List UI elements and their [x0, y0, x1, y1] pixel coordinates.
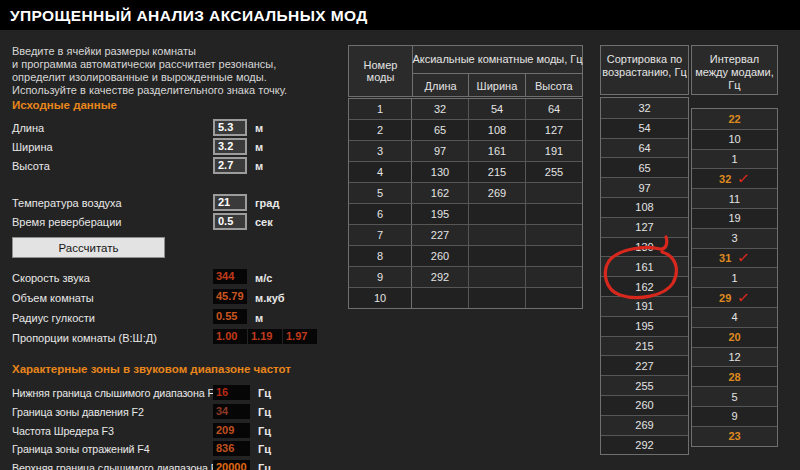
- width-input[interactable]: [213, 138, 247, 155]
- length-col-header: Длина: [413, 74, 469, 97]
- sorted-cell: 161: [601, 256, 688, 276]
- result-label: Объем комнаты: [12, 292, 94, 304]
- page-title: УПРОЩЕННЫЙ АНАЛИЗ АКСИАЛЬНЫХ МОД: [0, 0, 800, 25]
- mode-value-cell: [526, 267, 582, 287]
- red-checkmark-icon: ✓: [737, 297, 750, 298]
- mode-value-cell: [469, 225, 526, 245]
- zone-label: Частота Шредера F3: [12, 425, 114, 437]
- length-input[interactable]: [213, 119, 247, 136]
- result-row: Объем комнаты45.79м.куб: [12, 289, 342, 309]
- input-unit: м: [255, 141, 263, 153]
- interval-cell: 4: [692, 307, 777, 327]
- sorted-cell: 54: [601, 118, 688, 138]
- zone-rows: Нижняя граница слышимого диапазона F116Г…: [12, 385, 348, 470]
- sorted-header: Сортировка по возрастанию, Гц: [600, 45, 689, 95]
- input-unit: м: [255, 122, 263, 134]
- interval-value: 4: [731, 311, 737, 323]
- mode-value-cell: 162: [412, 183, 469, 203]
- red-checkmark-icon: ✓: [737, 257, 750, 258]
- red-checkmark-icon: ✓: [737, 178, 750, 179]
- interval-value: 22: [728, 113, 740, 125]
- temperature-input[interactable]: [213, 194, 247, 211]
- width-col-header: Ширина: [469, 74, 525, 97]
- interval-cell: 11: [692, 188, 777, 208]
- interval-value: 20: [728, 331, 740, 343]
- sorted-cell: 108: [601, 197, 688, 217]
- intro-line: Введите в ячейки размеры комнаты: [12, 45, 287, 58]
- mode-value-cell: 255: [526, 162, 582, 182]
- zone-row: Частота Шредера F3209Гц: [12, 423, 348, 442]
- sorted-cell: 127: [601, 217, 688, 237]
- room-volume-value: 45.79: [213, 289, 247, 304]
- interval-cell: 22: [692, 109, 777, 129]
- height-input[interactable]: [213, 157, 247, 174]
- mode-value-cell: 127: [526, 120, 582, 140]
- f2-pressure-zone-value: 34: [213, 404, 250, 419]
- interval-cell: 29✓: [692, 287, 777, 307]
- mode-value-cell: 54: [469, 99, 526, 119]
- calculate-button[interactable]: Рассчитать: [12, 237, 165, 258]
- zone-unit: Гц: [258, 387, 271, 399]
- interval-value: 11: [729, 193, 740, 205]
- mode-value-cell: 195: [412, 204, 469, 224]
- zone-row: Верхняя граница слышимого диапазона F520…: [12, 460, 348, 470]
- result-rows: Скорость звука344м/сОбъем комнаты45.79м.…: [12, 269, 342, 349]
- f4-reflection-zone-value: 836: [213, 441, 250, 456]
- interval-value: 12: [728, 351, 740, 363]
- mode-value-cell: [526, 288, 582, 308]
- mode-value-cell: 97: [412, 141, 469, 161]
- zone-unit: Гц: [258, 462, 271, 470]
- input-unit: сек: [255, 216, 273, 228]
- interval-value: 28: [728, 371, 740, 383]
- sorted-cell: 195: [601, 316, 688, 336]
- input-label: Длина: [12, 122, 44, 134]
- boominess-radius-value: 0.55: [213, 309, 247, 324]
- reverb-time-input[interactable]: [213, 213, 247, 230]
- table-row: 9292: [349, 266, 582, 287]
- sorted-cell: 227: [601, 355, 688, 375]
- mode-value-cell: [469, 288, 526, 308]
- input-row: Время реверберациисек: [12, 213, 342, 232]
- interval-value: 23: [728, 430, 740, 442]
- mode-value-cell: 161: [469, 141, 526, 161]
- mode-number-cell: 6: [349, 204, 412, 224]
- mode-number-header: Номер моды: [349, 46, 413, 96]
- intro-line: Используйте в качестве разделительного з…: [12, 84, 287, 97]
- sorted-cell: 269: [601, 415, 688, 435]
- mode-number-cell: 7: [349, 225, 412, 245]
- mode-number-cell: 4: [349, 162, 412, 182]
- mode-value-cell: [412, 288, 469, 308]
- mode-value-cell: 64: [526, 99, 582, 119]
- interval-value: 1: [731, 153, 737, 165]
- zone-label: Граница зоны отражений F4: [12, 443, 150, 455]
- input-label: Температура воздуха: [12, 197, 122, 209]
- mode-number-cell: 5: [349, 183, 412, 203]
- interval-cell: 19: [692, 208, 777, 228]
- intro-line: и программа автоматически рассчитает рез…: [12, 58, 287, 71]
- room-proportions-value: 1.97: [283, 329, 317, 344]
- mode-value-cell: 292: [412, 267, 469, 287]
- sorted-table: Сортировка по возрастанию, Гц 3254646597…: [600, 45, 689, 95]
- table-row: 265108127: [349, 119, 582, 140]
- zone-row: Граница зоны отражений F4836Гц: [12, 441, 348, 460]
- interval-value: 10: [728, 133, 740, 145]
- zone-label: Нижняя граница слышимого диапазона F1: [12, 387, 220, 399]
- result-label: Пропорции комнаты (В:Ш:Д): [12, 332, 157, 344]
- interval-cell: 1: [692, 149, 777, 169]
- mode-value-cell: [469, 204, 526, 224]
- mode-value-cell: [526, 204, 582, 224]
- table-row: 10: [349, 287, 582, 308]
- mode-value-cell: 269: [469, 183, 526, 203]
- mode-value-cell: 65: [412, 120, 469, 140]
- mode-value-cell: 32: [412, 99, 469, 119]
- interval-cell: 20: [692, 327, 777, 347]
- room-proportions-value: 1.19: [248, 329, 282, 344]
- mode-value-cell: 227: [412, 225, 469, 245]
- sorted-cell: 97: [601, 177, 688, 197]
- result-unit: м.куб: [255, 292, 285, 304]
- f1-lower-audible-value: 16: [213, 385, 250, 400]
- input-label: Высота: [12, 160, 50, 172]
- room-proportions-value: 1.00: [213, 329, 247, 344]
- result-row: Скорость звука344м/с: [12, 269, 342, 289]
- sorted-table-body: 3254646597108127130161162191195215227255…: [600, 97, 689, 455]
